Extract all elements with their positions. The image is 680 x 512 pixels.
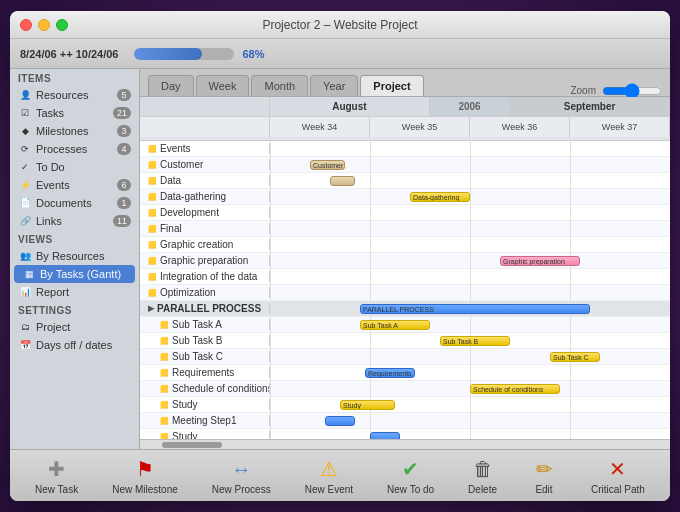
gantt-row[interactable]: 🟨Sub Task ASub Task A — [140, 317, 670, 333]
tab-project[interactable]: Project — [360, 75, 423, 96]
task-type-icon: 🟨 — [160, 353, 169, 361]
bottom-btn-new-event[interactable]: ⚠New Event — [297, 452, 361, 499]
bottom-btn-edit[interactable]: ✏Edit — [523, 452, 565, 499]
bottom-btn-new-task[interactable]: ✚New Task — [27, 452, 86, 499]
gantt-row[interactable]: 🟨Graphic preparationGraphic preparation — [140, 253, 670, 269]
gantt-bar-area — [270, 221, 670, 237]
gantt-bar[interactable]: Sub Task B — [440, 336, 510, 346]
bottom-btn-label: New Process — [212, 484, 271, 495]
sidebar-item-documents[interactable]: 📄 Documents 1 — [10, 194, 139, 212]
scroll-thumb[interactable] — [162, 442, 222, 448]
sidebar-view-report[interactable]: 📊 Report — [10, 283, 139, 301]
bottom-btn-icon: 🗑 — [470, 456, 496, 482]
bottom-btn-new-process[interactable]: ↔New Process — [204, 452, 279, 499]
task-name: 🟨Study — [140, 399, 270, 410]
maximize-button[interactable] — [56, 19, 68, 31]
gantt-bar[interactable]: Customer — [310, 160, 345, 170]
tab-day[interactable]: Day — [148, 75, 194, 96]
gantt-bar-area: Customer — [270, 157, 670, 173]
gantt-bar[interactable]: Sub Task A — [360, 320, 430, 330]
gantt-row[interactable]: 🟨Optimization — [140, 285, 670, 301]
gantt-bar[interactable] — [330, 176, 355, 186]
gantt-bar[interactable] — [370, 432, 400, 440]
bottom-btn-new-milestone[interactable]: ⚑New Milestone — [104, 452, 186, 499]
sidebar-item-todo[interactable]: ✓ To Do — [10, 158, 139, 176]
gantt-bar[interactable]: Study — [340, 400, 395, 410]
bottom-btn-delete[interactable]: 🗑Delete — [460, 452, 505, 499]
sidebar-item-events[interactable]: ⚡ Events 6 — [10, 176, 139, 194]
task-name: 🟨Schedule of conditions — [140, 383, 270, 394]
gantt-row[interactable]: 🟨StudyStudy — [140, 397, 670, 413]
gantt-row[interactable]: ▶PARALLEL PROCESSPARALLEL PROCESS — [140, 301, 670, 317]
gantt-bar-area — [270, 237, 670, 253]
gantt-bar[interactable] — [325, 416, 355, 426]
sidebar-view-by-resources[interactable]: 👥 By Resources — [10, 247, 139, 265]
gantt-bar[interactable]: Requirements — [365, 368, 415, 378]
task-type-icon: 🟨 — [160, 433, 169, 440]
sidebar-item-processes[interactable]: ⟳ Processes 4 — [10, 140, 139, 158]
gantt-row[interactable]: 🟨CustomerCustomer — [140, 157, 670, 173]
sidebar-item-links[interactable]: 🔗 Links 11 — [10, 212, 139, 230]
sidebar-view-by-tasks[interactable]: ▦ By Tasks (Gantt) — [14, 265, 135, 283]
gantt-bar-area: Graphic preparation — [270, 253, 670, 269]
tab-year[interactable]: Year — [310, 75, 358, 96]
bottom-btn-icon: ✏ — [531, 456, 557, 482]
bottom-btn-label: New Task — [35, 484, 78, 495]
gantt-bar[interactable]: PARALLEL PROCESS — [360, 304, 590, 314]
minimize-button[interactable] — [38, 19, 50, 31]
gantt-row[interactable]: 🟨Sub Task CSub Task C — [140, 349, 670, 365]
bottom-btn-label: Critical Path — [591, 484, 645, 495]
task-type-icon: 🟨 — [148, 225, 157, 233]
gantt-row[interactable]: 🟨Sub Task BSub Task B — [140, 333, 670, 349]
bar-label: Data-gathering — [413, 194, 459, 201]
gantt-row[interactable]: 🟨Study — [140, 429, 670, 439]
gantt-row[interactable]: 🟨RequirementsRequirements — [140, 365, 670, 381]
task-name: 🟨Graphic creation — [140, 239, 270, 250]
bottom-btn-label: New To do — [387, 484, 434, 495]
gantt-bar[interactable]: Data-gathering — [410, 192, 470, 202]
gantt-row[interactable]: 🟨Meeting Step1 — [140, 413, 670, 429]
gantt-bar[interactable]: Sub Task C — [550, 352, 600, 362]
zoom-slider[interactable] — [602, 86, 662, 96]
horizontal-scrollbar[interactable] — [140, 439, 670, 449]
sidebar-item-tasks[interactable]: ☑ Tasks 21 — [10, 104, 139, 122]
tab-week[interactable]: Week — [196, 75, 250, 96]
gantt-bar[interactable]: Schedule of conditions — [470, 384, 560, 394]
task-name: 🟨Integration of the data — [140, 271, 270, 282]
week-35: Week 35 — [370, 117, 470, 137]
todo-icon: ✓ — [18, 161, 32, 173]
gantt-bar[interactable]: Graphic preparation — [500, 256, 580, 266]
gantt-bar-area — [270, 413, 670, 429]
gantt-row[interactable]: 🟨Schedule of conditionsSchedule of condi… — [140, 381, 670, 397]
task-type-icon: 🟨 — [160, 401, 169, 409]
gantt-bar-area — [270, 205, 670, 221]
week-row: Week 34 Week 35 Week 36 Week 37 — [140, 117, 670, 137]
bottom-btn-label: New Event — [305, 484, 353, 495]
traffic-lights — [20, 19, 68, 31]
task-type-icon: 🟨 — [160, 417, 169, 425]
bottom-btn-critical-path[interactable]: ✕Critical Path — [583, 452, 653, 499]
task-type-icon: 🟨 — [148, 177, 157, 185]
gantt-icon: ▦ — [22, 268, 36, 280]
sidebar-item-milestones[interactable]: ◆ Milestones 3 — [10, 122, 139, 140]
tab-month[interactable]: Month — [251, 75, 308, 96]
gantt-row[interactable]: 🟨Data — [140, 173, 670, 189]
month-september: September — [510, 97, 670, 116]
views-label: VIEWS — [10, 230, 139, 247]
gantt-row[interactable]: 🟨Data-gatheringData-gathering — [140, 189, 670, 205]
gantt-row[interactable]: 🟨Final — [140, 221, 670, 237]
gantt-row[interactable]: 🟨Development — [140, 205, 670, 221]
close-button[interactable] — [20, 19, 32, 31]
week-36: Week 36 — [470, 117, 570, 137]
bottom-btn-new-to-do[interactable]: ✔New To do — [379, 452, 442, 499]
gantt-row[interactable]: 🟨Graphic creation — [140, 237, 670, 253]
sidebar-item-resources[interactable]: 👤 Resources 5 — [10, 86, 139, 104]
bottom-btn-icon: ↔ — [228, 456, 254, 482]
month-row: August 2006 September — [140, 97, 670, 117]
sidebar-settings-days[interactable]: 📅 Days off / dates — [10, 336, 139, 354]
sidebar-settings-project[interactable]: 🗂 Project — [10, 318, 139, 336]
gantt-bar-area — [270, 141, 670, 157]
gantt-row[interactable]: 🟨Events — [140, 141, 670, 157]
month-2006: 2006 — [430, 97, 510, 116]
gantt-row[interactable]: 🟨Integration of the data — [140, 269, 670, 285]
